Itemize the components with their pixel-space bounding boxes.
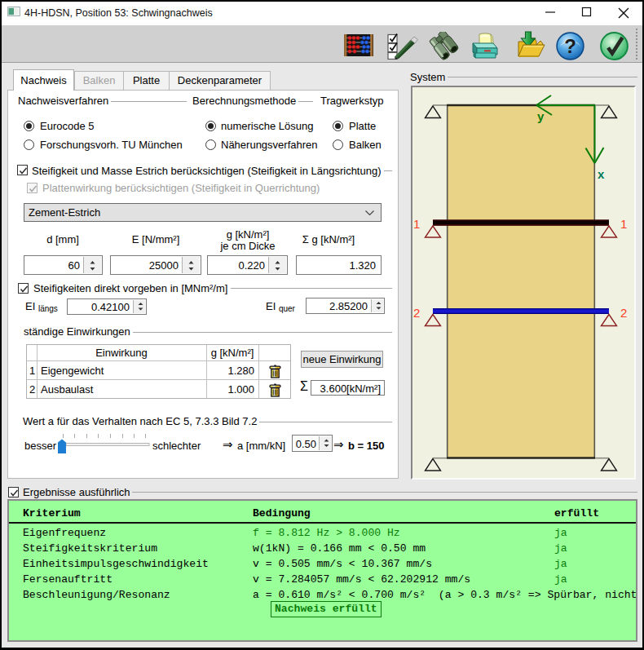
svg-text:1: 1 <box>413 217 420 231</box>
svg-text:x: x <box>598 167 605 181</box>
svg-text:y: y <box>537 109 545 123</box>
svg-text:2: 2 <box>413 306 420 320</box>
svg-text:1: 1 <box>620 217 627 231</box>
svg-text:2: 2 <box>620 306 627 320</box>
